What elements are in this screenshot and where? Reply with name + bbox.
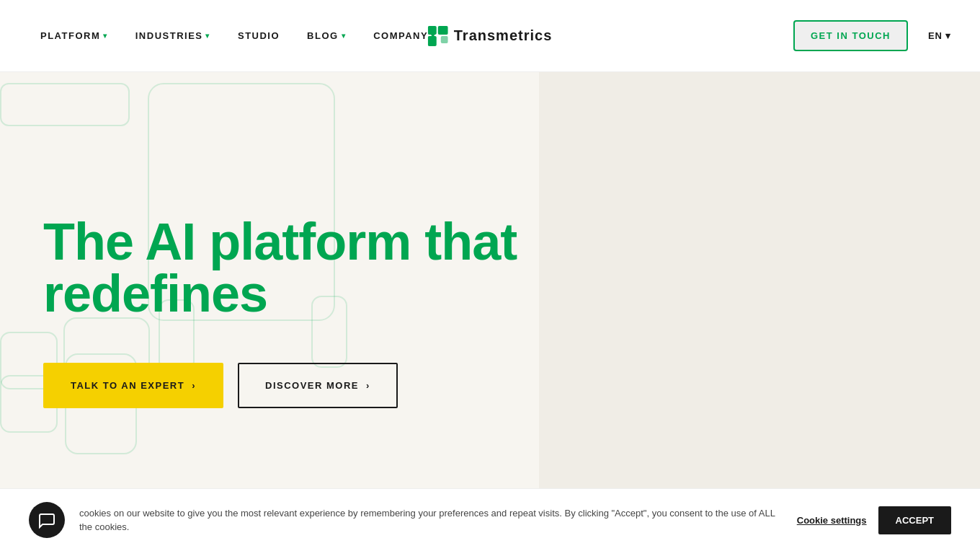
- svg-rect-2: [428, 36, 437, 46]
- language-selector[interactable]: EN ▾: [928, 30, 951, 41]
- chevron-down-icon: ▾: [342, 32, 347, 40]
- svg-rect-3: [441, 36, 448, 43]
- logo-icon: [428, 26, 448, 46]
- chevron-down-icon: ▾: [103, 32, 108, 40]
- arrow-right-icon: ›: [366, 380, 370, 391]
- hero-buttons: TALK TO AN EXPERT › DISCOVER MORE ›: [43, 363, 539, 408]
- nav-item-platform[interactable]: PLATFORM ▾: [29, 25, 120, 47]
- navigation: Transmetrics PLATFORM ▾ INDUSTRIES ▾ STU…: [0, 0, 980, 72]
- nav-item-industries[interactable]: INDUSTRIES ▾: [124, 25, 222, 47]
- nav-item-blog[interactable]: BLOG ▾: [295, 25, 357, 47]
- discover-more-button[interactable]: DISCOVER MORE ›: [238, 363, 398, 408]
- nav-links-left: PLATFORM ▾ INDUSTRIES ▾ STUDIO BLOG ▾ CO…: [29, 25, 447, 47]
- logo-text: Transmetrics: [454, 27, 553, 44]
- cookie-message: cookies on our website to give you the m…: [79, 506, 783, 534]
- logo-link[interactable]: Transmetrics: [428, 26, 553, 46]
- cookie-banner: cookies on our website to give you the m…: [0, 488, 980, 551]
- cookie-accept-button[interactable]: ACCEPT: [878, 506, 951, 534]
- chevron-down-icon: ▾: [945, 30, 951, 41]
- arrow-right-icon: ›: [192, 380, 196, 391]
- chat-icon: [38, 511, 55, 529]
- nav-item-studio[interactable]: STUDIO: [226, 25, 291, 47]
- svg-rect-0: [428, 26, 437, 35]
- hero-right-panel: [539, 72, 980, 551]
- chevron-down-icon: ▾: [205, 32, 210, 40]
- hero-section: The AI platform that redefines TALK TO A…: [0, 0, 980, 551]
- talk-to-expert-button[interactable]: TALK TO AN EXPERT ›: [43, 363, 223, 408]
- cookie-settings-button[interactable]: Cookie settings: [797, 515, 867, 526]
- cookie-actions: Cookie settings ACCEPT: [797, 506, 951, 534]
- hero-title: The AI platform that redefines: [43, 216, 539, 319]
- svg-rect-1: [438, 26, 448, 35]
- get-in-touch-button[interactable]: GET IN TOUCH: [793, 20, 908, 51]
- hero-content: The AI platform that redefines TALK TO A…: [0, 172, 539, 451]
- cookie-chat-icon: [29, 502, 65, 538]
